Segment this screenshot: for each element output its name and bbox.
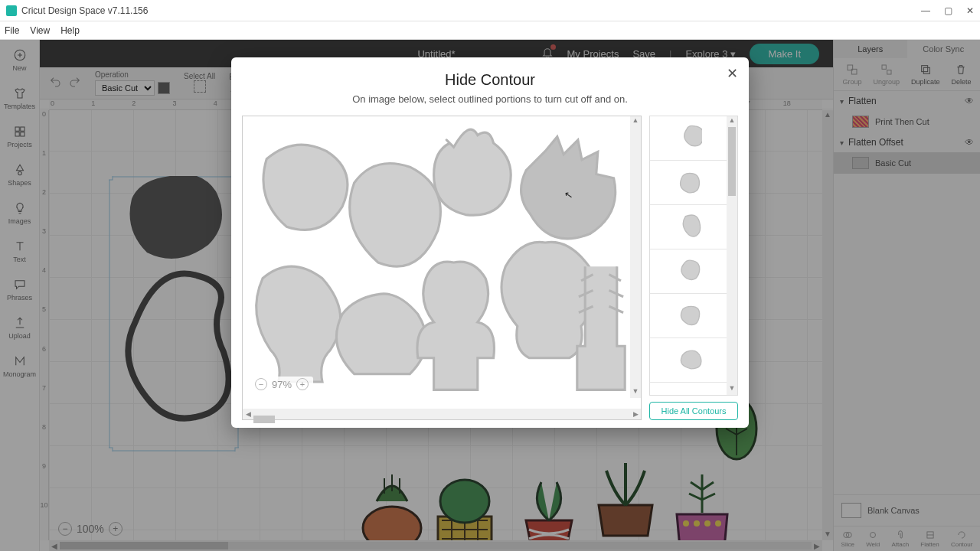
contour-list-scrollbar[interactable]: ▲▼ bbox=[727, 116, 737, 395]
modal-close-button[interactable]: ✕ bbox=[727, 65, 738, 82]
hide-contour-modal: ✕ Hide Contour On image below, select ou… bbox=[231, 57, 749, 428]
contour-item[interactable] bbox=[650, 161, 727, 205]
contour-item[interactable] bbox=[650, 338, 727, 383]
window-titlebar: Cricut Design Space v7.11.156 — ▢ ✕ bbox=[0, 0, 980, 21]
contour-list: ▲▼ bbox=[649, 116, 738, 396]
preview-zoom-control[interactable]: − 97% + bbox=[250, 377, 313, 392]
menu-help[interactable]: Help bbox=[60, 25, 80, 36]
window-title: Cricut Design Space v7.11.156 bbox=[21, 5, 148, 16]
contour-item[interactable] bbox=[650, 116, 727, 161]
app-logo-icon bbox=[6, 5, 17, 16]
window-close-button[interactable]: ✕ bbox=[966, 5, 974, 16]
contour-item[interactable] bbox=[650, 294, 727, 338]
modal-subtitle: On image below, select outlined portions… bbox=[231, 93, 749, 105]
preview-h-scrollbar[interactable]: ◀▶ bbox=[243, 409, 641, 419]
preview-v-scrollbar[interactable]: ▲▼ bbox=[630, 116, 641, 398]
modal-title: Hide Contour bbox=[231, 71, 749, 89]
zoom-in-icon[interactable]: + bbox=[296, 378, 309, 390]
menubar: File View Help bbox=[0, 21, 980, 40]
hide-all-contours-button[interactable]: Hide All Contours bbox=[649, 402, 738, 420]
window-minimize-button[interactable]: — bbox=[921, 5, 930, 16]
menu-file[interactable]: File bbox=[5, 25, 19, 36]
menu-view[interactable]: View bbox=[30, 25, 50, 36]
zoom-out-icon[interactable]: − bbox=[255, 378, 267, 390]
window-maximize-button[interactable]: ▢ bbox=[944, 5, 952, 16]
contour-item[interactable] bbox=[650, 249, 727, 294]
contour-preview[interactable]: − 97% + ▲▼ ↖ ◀▶ bbox=[242, 116, 642, 420]
preview-zoom-value: 97% bbox=[272, 379, 292, 390]
contour-item[interactable] bbox=[650, 205, 727, 249]
